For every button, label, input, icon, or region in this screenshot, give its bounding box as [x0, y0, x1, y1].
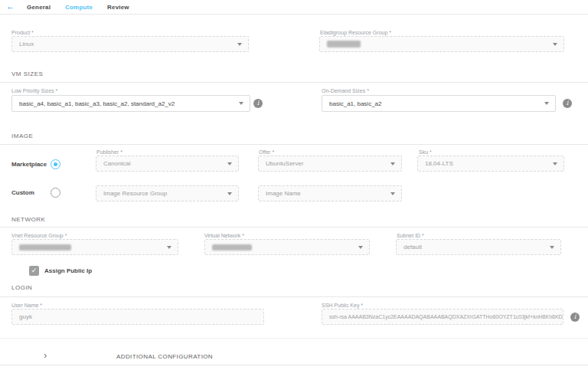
- offer-select[interactable]: UbuntuServer: [258, 156, 402, 172]
- custom-label: Custom: [11, 189, 34, 196]
- assign-public-ip-label: Assign Public Ip: [44, 267, 92, 274]
- chevron-down-icon: [553, 162, 557, 165]
- chevron-down-icon: [239, 102, 243, 105]
- redacted-value: [19, 244, 71, 250]
- product-label: Product *: [11, 30, 34, 35]
- compute-form-page: ← General Compute Review Product * Linux…: [0, 0, 588, 370]
- subnet-id-select[interactable]: default: [396, 239, 561, 255]
- virtual-network-select[interactable]: [204, 239, 370, 255]
- chevron-down-icon: [358, 246, 363, 249]
- product-select[interactable]: Linux: [11, 36, 249, 52]
- user-name-input[interactable]: guyk: [11, 309, 264, 325]
- ssh-public-key-input[interactable]: ssh-rsa AAAAB3NzaC1yc2EAAAADAQABAAABAQDX…: [322, 309, 564, 325]
- subnet-id-label: Subnet ID *: [397, 233, 424, 238]
- tab-general[interactable]: General: [27, 4, 51, 11]
- vnet-resource-group-label: Vnet Resource Group *: [11, 233, 67, 238]
- additional-top-divider: [0, 338, 588, 339]
- vm-sizes-section-title: VM SIZES: [11, 70, 43, 77]
- on-demand-sizes-value: basic_a1, basic_a2: [329, 100, 382, 107]
- image-resource-group-placeholder: Image Resource Group: [103, 190, 167, 197]
- network-section-title: NETWORK: [11, 216, 45, 223]
- image-name-select[interactable]: Image Name: [258, 185, 402, 201]
- chevron-down-icon: [167, 246, 172, 249]
- chevron-down-icon: [390, 192, 395, 195]
- low-priority-sizes-value: basic_a4, basic_a1, basic_a3, basic_a2, …: [19, 100, 175, 107]
- image-section-title: IMAGE: [11, 133, 33, 139]
- user-name-label: User Name *: [11, 303, 42, 308]
- publisher-value: Canonical: [103, 160, 131, 167]
- additional-configuration-title[interactable]: ADDITIONAL CONFIGURATION: [116, 353, 213, 360]
- marketplace-radio[interactable]: [51, 159, 60, 169]
- tab-compute[interactable]: Compute: [65, 4, 93, 11]
- additional-bottom-divider: [0, 365, 588, 365]
- publisher-label: Publisher *: [96, 149, 122, 155]
- image-name-placeholder: Image Name: [266, 190, 301, 197]
- network-divider: [0, 227, 588, 228]
- sku-value: 18.04-LTS: [425, 160, 453, 167]
- elastigroup-resource-group-label: Elastigroup Resource Group *: [320, 30, 391, 35]
- user-name-value: guyk: [19, 313, 32, 320]
- tab-review[interactable]: Review: [107, 4, 129, 11]
- assign-public-ip-checkbox[interactable]: ✓: [29, 266, 39, 276]
- custom-radio[interactable]: [51, 188, 60, 198]
- vnet-resource-group-select[interactable]: [11, 239, 178, 255]
- image-resource-group-select[interactable]: Image Resource Group: [96, 185, 239, 201]
- product-value: Linux: [19, 41, 34, 47]
- chevron-down-icon: [237, 43, 242, 46]
- login-section-title: LOGIN: [11, 284, 32, 291]
- image-divider: [0, 144, 588, 145]
- redacted-value: [212, 244, 252, 250]
- marketplace-label: Marketplace: [11, 161, 47, 168]
- low-priority-sizes-label: Low Priority Sizes *: [11, 88, 57, 93]
- radio-dot: [54, 162, 57, 166]
- chevron-down-icon: [227, 192, 232, 195]
- ssh-public-key-label: SSH Public Key *: [322, 303, 363, 308]
- elastigroup-resource-group-select[interactable]: [319, 36, 564, 52]
- info-icon[interactable]: i: [253, 99, 263, 108]
- login-divider: [0, 296, 588, 297]
- on-demand-sizes-label: On-Demand Sizes *: [322, 88, 369, 93]
- chevron-down-icon: [227, 162, 232, 165]
- chevron-down-icon: [544, 102, 549, 105]
- on-demand-sizes-select[interactable]: basic_a1, basic_a2: [322, 95, 556, 112]
- info-icon[interactable]: i: [563, 99, 572, 108]
- info-icon[interactable]: i: [570, 313, 580, 322]
- offer-label: Offer *: [259, 149, 274, 155]
- header-divider: [0, 14, 588, 15]
- vm-sizes-divider: [0, 82, 588, 83]
- low-priority-sizes-select[interactable]: basic_a4, basic_a1, basic_a3, basic_a2, …: [11, 95, 250, 112]
- chevron-down-icon: [553, 43, 557, 46]
- subnet-id-value: default: [403, 244, 422, 250]
- publisher-select[interactable]: Canonical: [96, 156, 239, 172]
- chevron-down-icon: [550, 246, 554, 249]
- sku-select[interactable]: 18.04-LTS: [417, 156, 564, 172]
- ssh-public-key-value: ssh-rsa AAAAB3NzaC1yc2EAAAADAQABAAABAQDX…: [329, 314, 564, 319]
- redacted-value: [327, 41, 361, 47]
- chevron-down-icon: [390, 162, 395, 165]
- offer-value: UbuntuServer: [266, 160, 303, 167]
- back-arrow-icon[interactable]: ←: [6, 2, 15, 11]
- expand-chevron-icon[interactable]: ›: [44, 352, 47, 359]
- virtual-network-label: Virtual Network *: [204, 233, 244, 238]
- sku-label: Sku *: [419, 149, 432, 155]
